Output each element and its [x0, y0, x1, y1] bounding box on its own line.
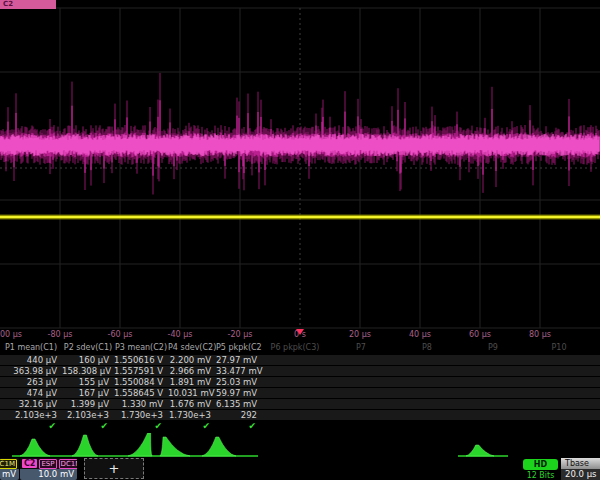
time-axis-label-1: -80 µs — [48, 330, 73, 339]
trace-annotation: C2 — [0, 0, 56, 9]
measure-value: 440 µV — [0, 355, 62, 365]
channel-descriptor-c2[interactable]: C2 ESP DC1M 10.0 mV — [20, 458, 77, 480]
measure-value: 10.031 mV — [168, 388, 216, 398]
oscilloscope-screen: C2 00 µs-80 µs-60 µs-40 µs-20 µs0 s20 µs… — [0, 0, 600, 480]
waveform-traces — [0, 0, 600, 330]
param-header-P6[interactable]: P6 pkpk(C3) — [262, 342, 328, 354]
status-check-icon: ✔ — [216, 420, 262, 433]
adc-bits-label: 12 Bits — [523, 471, 558, 480]
status-check-icon: ✔ — [0, 420, 62, 433]
histicon-3 — [128, 433, 152, 456]
measure-value: 1.399 µV — [62, 399, 114, 409]
time-axis: 00 µs-80 µs-60 µs-40 µs-20 µs0 s20 µs40 … — [0, 329, 600, 342]
descriptor-bar: C1 DC1M 0 mV C2 ESP DC1M 10.0 mV + HD 12… — [0, 458, 600, 480]
time-axis-label-4: -20 µs — [228, 330, 253, 339]
measure-value: 1.550616 V — [114, 355, 168, 365]
histicon-4 — [160, 437, 190, 456]
graticule: C2 — [0, 0, 600, 330]
measure-value: 1.558645 V — [114, 388, 168, 398]
timebase-value: 20.0 µs — [561, 469, 600, 480]
param-header-P9[interactable]: P9 — [460, 342, 526, 354]
time-axis-label-6: 20 µs — [349, 330, 371, 339]
measure-value: 363.98 µV — [0, 366, 62, 376]
measure-row-0: 440 µV160 µV1.550616 V2.200 mV27.97 mV — [0, 354, 600, 365]
time-axis-label-8: 60 µs — [469, 330, 491, 339]
trigger-position-marker[interactable] — [296, 329, 304, 335]
measure-value: 6.135 mV — [216, 399, 262, 409]
c1-coupling-badge: DC1M — [0, 459, 17, 469]
hd-mode-badge[interactable]: HD — [523, 459, 558, 470]
measure-value: 474 µV — [0, 388, 62, 398]
timebase-title: Tbase — [561, 458, 600, 469]
time-axis-label-0: 00 µs — [0, 330, 22, 339]
measure-value: 292 — [216, 410, 262, 420]
measure-value: 155 µV — [62, 377, 114, 387]
measure-row-1: 363.98 µV158.308 µV1.557591 V2.966 mV33.… — [0, 365, 600, 376]
measure-value: 1.330 mV — [114, 399, 168, 409]
time-axis-label-7: 40 µs — [409, 330, 431, 339]
measure-table: P1 mean(C1)P2 sdev(C1)P3 mean(C2)P4 sdev… — [0, 342, 600, 433]
measure-value: 2.966 mV — [168, 366, 216, 376]
param-header-P2[interactable]: P2 sdev(C1) — [62, 342, 114, 354]
param-header-P10[interactable]: P10 — [526, 342, 592, 354]
measure-value: 2.200 mV — [168, 355, 216, 365]
param-header-P1[interactable]: P1 mean(C1) — [0, 342, 62, 354]
measure-value: 33.477 mV — [216, 366, 262, 376]
measure-value: 59.97 mV — [216, 388, 262, 398]
histicon-6 — [466, 445, 494, 456]
c1-vertical-scale: 0 mV — [0, 469, 19, 480]
measure-row-3: 474 µV167 µV1.558645 V10.031 mV59.97 mV — [0, 387, 600, 398]
channel-descriptor-c1[interactable]: C1 DC1M 0 mV — [0, 458, 19, 480]
measure-row-2: 263 µV155 µV1.550084 V1.891 mV25.03 mV — [0, 376, 600, 387]
param-header-P5[interactable]: P5 pkpk(C2) — [216, 342, 262, 354]
histicon-strip — [0, 433, 600, 458]
c2-eres-badge: ESP — [39, 459, 56, 469]
c2-channel-tag: C2 — [22, 459, 37, 468]
measure-value: 1.676 mV — [168, 399, 216, 409]
measure-value: 1.891 mV — [168, 377, 216, 387]
measure-row-4: 32.16 µV1.399 µV1.330 mV1.676 mV6.135 mV — [0, 398, 600, 409]
measure-value: 1.550084 V — [114, 377, 168, 387]
histicon-2 — [72, 435, 98, 456]
histicon-5 — [202, 437, 236, 456]
measure-value: 2.103e+3 — [62, 410, 114, 420]
param-header-P8[interactable]: P8 — [394, 342, 460, 354]
measure-value: 27.97 mV — [216, 355, 262, 365]
param-header-P4[interactable]: P4 sdev(C2) — [168, 342, 216, 354]
measure-value: 1.730e+3 — [168, 410, 216, 420]
histicon-1 — [20, 439, 50, 456]
status-check-icon: ✔ — [62, 420, 114, 433]
c2-vertical-scale: 10.0 mV — [20, 469, 77, 480]
time-axis-label-2: -60 µs — [108, 330, 133, 339]
measure-value: 32.16 µV — [0, 399, 62, 409]
measure-value: 158.308 µV — [62, 366, 114, 376]
status-check-icon: ✔ — [168, 420, 216, 433]
timebase-panel[interactable]: Tbase 20.0 µs — [561, 458, 600, 480]
time-axis-label-3: -40 µs — [168, 330, 193, 339]
add-trace-button[interactable]: + — [84, 458, 144, 479]
time-axis-label-9: 80 µs — [529, 330, 551, 339]
status-check-icon: ✔ — [114, 420, 168, 433]
measure-value: 167 µV — [62, 388, 114, 398]
measure-value: 1.730e+3 — [114, 410, 168, 420]
measure-value: 263 µV — [0, 377, 62, 387]
histicon-graphics — [0, 433, 600, 458]
measure-row-5: 2.103e+32.103e+31.730e+31.730e+3292 — [0, 409, 600, 420]
c2-coupling-badge: DC1M — [59, 459, 77, 469]
measure-value: 160 µV — [62, 355, 114, 365]
param-header-P3[interactable]: P3 mean(C2) — [114, 342, 168, 354]
measure-value: 1.557591 V — [114, 366, 168, 376]
measure-value: 2.103e+3 — [0, 410, 62, 420]
param-header-P7[interactable]: P7 — [328, 342, 394, 354]
measure-value: 25.03 mV — [216, 377, 262, 387]
